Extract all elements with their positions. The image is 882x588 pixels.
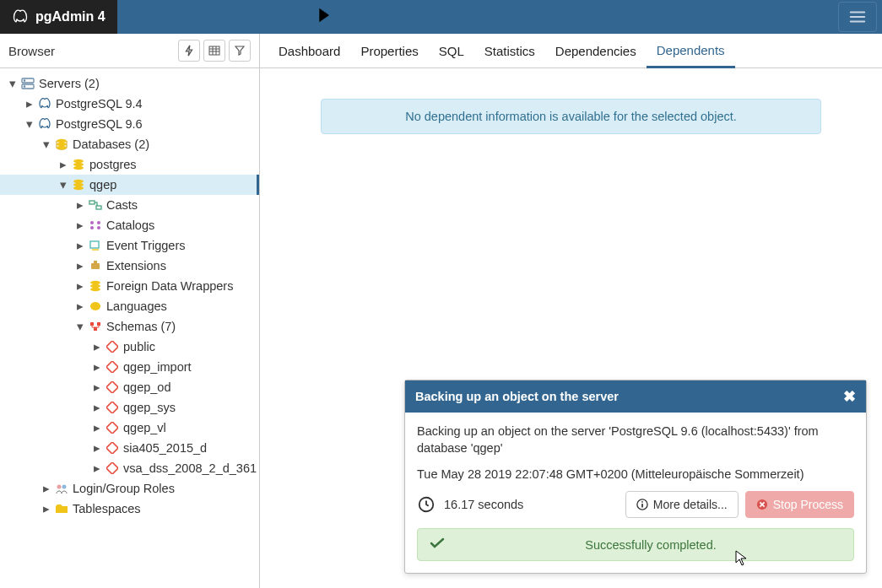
tree-pg96[interactable]: ▾ PostgreSQL 9.6: [0, 114, 259, 134]
tree-fdw[interactable]: ▸ Foreign Data Wrappers: [0, 276, 259, 296]
svg-point-30: [90, 281, 100, 284]
popup-message: Backing up an object on the server 'Post…: [417, 423, 854, 457]
chevron-right-icon[interactable]: ▸: [91, 422, 103, 434]
chevron-right-icon[interactable]: ▸: [91, 402, 103, 413]
svg-point-33: [90, 302, 100, 310]
svg-point-49: [641, 501, 643, 503]
chevron-down-icon[interactable]: ▾: [41, 138, 52, 150]
chevron-right-icon[interactable]: ▸: [24, 98, 35, 110]
svg-rect-34: [90, 322, 94, 326]
chevron-right-icon[interactable]: ▸: [91, 341, 103, 353]
schema-icon: [105, 420, 120, 435]
view-data-button[interactable]: [203, 40, 225, 62]
elephant-icon: [37, 116, 52, 132]
tree-schema-public[interactable]: ▸ public: [0, 337, 259, 357]
more-details-button[interactable]: More details...: [625, 491, 739, 518]
query-tool-button[interactable]: [178, 40, 200, 62]
svg-point-10: [24, 80, 24, 81]
svg-point-15: [73, 159, 84, 163]
svg-rect-41: [106, 422, 118, 434]
chevron-right-icon[interactable]: ▸: [41, 483, 52, 494]
tree-label: Servers (2): [39, 77, 100, 90]
chevron-down-icon[interactable]: ▾: [74, 321, 86, 332]
chevron-right-icon[interactable]: ▸: [91, 442, 103, 454]
tab-properties[interactable]: Properties: [350, 35, 428, 67]
tree-pg94[interactable]: ▸ PostgreSQL 9.4: [0, 94, 259, 114]
object-browser: ▾ Servers (2) ▸ PostgreSQL 9.4 ▾ Postgre…: [0, 68, 260, 588]
tree-label: public: [123, 340, 155, 353]
chevron-down-icon[interactable]: ▾: [24, 118, 35, 130]
chevron-right-icon[interactable]: ▸: [74, 199, 86, 211]
main-menu-button[interactable]: [838, 2, 877, 32]
popup-title: Backing up an object on the server: [415, 390, 619, 403]
chevron-right-icon[interactable]: ▸: [74, 280, 86, 292]
svg-rect-39: [106, 381, 118, 393]
tree-tablespaces[interactable]: ▸ Tablespaces: [0, 499, 259, 519]
svg-point-16: [73, 163, 84, 166]
filter-button[interactable]: [229, 40, 251, 62]
tree-casts[interactable]: ▸ Casts: [0, 195, 259, 215]
svg-point-31: [90, 284, 100, 288]
check-icon: [430, 537, 445, 552]
header-play-icon: [311, 3, 335, 30]
svg-rect-21: [89, 201, 95, 204]
tab-dependents[interactable]: Dependents: [647, 35, 735, 68]
tree-login-roles[interactable]: ▸ Login/Group Roles: [0, 478, 259, 499]
svg-point-12: [57, 139, 67, 143]
chevron-right-icon[interactable]: ▸: [91, 462, 103, 474]
chevron-right-icon[interactable]: ▸: [91, 361, 103, 373]
tab-dashboard[interactable]: Dashboard: [268, 35, 350, 67]
chevron-right-icon[interactable]: ▸: [74, 260, 86, 272]
chevron-right-icon[interactable]: ▸: [91, 381, 103, 393]
tree-extensions[interactable]: ▸ Extensions: [0, 256, 259, 276]
tree-label: Languages: [106, 299, 167, 313]
lightning-icon: [184, 45, 194, 57]
clock-icon: [417, 495, 436, 514]
close-icon[interactable]: ✖: [843, 387, 856, 406]
tree-schema-vsa[interactable]: ▸ vsa_dss_2008_2_d_361: [0, 458, 259, 478]
schema-icon: [105, 339, 120, 354]
svg-rect-22: [96, 206, 101, 209]
tree-schema-qgep-od[interactable]: ▸ qgep_od: [0, 377, 259, 397]
tree-schema-qgep-sys[interactable]: ▸ qgep_sys: [0, 397, 259, 418]
chevron-down-icon[interactable]: ▾: [57, 179, 69, 191]
chevron-right-icon[interactable]: ▸: [74, 219, 86, 231]
svg-rect-27: [90, 241, 99, 248]
schema-icon: [105, 380, 120, 395]
chevron-down-icon[interactable]: ▾: [7, 78, 19, 89]
tree-servers[interactable]: ▾ Servers (2): [0, 73, 259, 94]
svg-point-24: [97, 221, 100, 224]
catalogs-icon: [88, 218, 103, 233]
chevron-right-icon[interactable]: ▸: [74, 240, 86, 251]
tree-languages[interactable]: ▸ Languages: [0, 296, 259, 316]
chevron-right-icon[interactable]: ▸: [41, 503, 52, 515]
tree-label: Casts: [106, 198, 138, 212]
svg-rect-3: [209, 46, 219, 55]
tab-dependencies[interactable]: Dependencies: [545, 35, 647, 67]
svg-point-20: [73, 186, 84, 190]
svg-point-11: [24, 86, 24, 87]
chevron-right-icon[interactable]: ▸: [57, 159, 69, 170]
tree-databases[interactable]: ▾ Databases (2): [0, 134, 259, 154]
tree-schema-qgep-vl[interactable]: ▸ qgep_vl: [0, 418, 259, 438]
tab-sql[interactable]: SQL: [429, 35, 474, 67]
tree-event-triggers[interactable]: ▸ Event Triggers: [0, 235, 259, 256]
tree-schema-sia405[interactable]: ▸ sia405_2015_d: [0, 438, 259, 458]
tree-catalogs[interactable]: ▸ Catalogs: [0, 215, 259, 235]
languages-icon: [88, 299, 103, 314]
svg-point-25: [90, 226, 94, 229]
tree-label: sia405_2015_d: [123, 441, 207, 455]
button-label: More details...: [653, 498, 728, 511]
stop-process-button[interactable]: Stop Process: [745, 491, 854, 518]
chevron-right-icon[interactable]: ▸: [74, 300, 86, 312]
tree-schema-qgep-import[interactable]: ▸ qgep_import: [0, 357, 259, 377]
brand-text: pgAdmin 4: [35, 9, 106, 24]
tab-statistics[interactable]: Statistics: [474, 35, 545, 67]
tree-schemas[interactable]: ▾ Schemas (7): [0, 316, 259, 337]
svg-rect-43: [106, 462, 118, 474]
tree-db-qgep[interactable]: ▾ qgep: [0, 175, 259, 195]
tree-label: Catalogs: [106, 218, 154, 232]
schema-icon: [105, 440, 120, 456]
tree-label: Tablespaces: [73, 502, 141, 515]
tree-db-postgres[interactable]: ▸ postgres: [0, 154, 259, 175]
